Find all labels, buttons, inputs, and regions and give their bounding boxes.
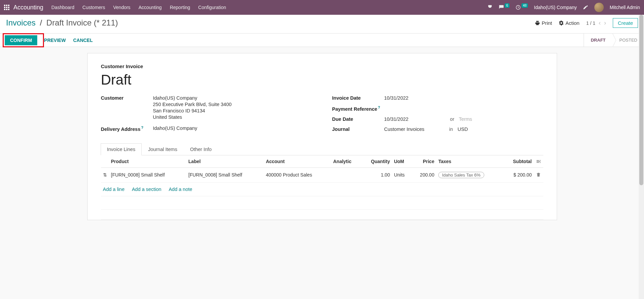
customer-name: Idaho(US) Company	[153, 95, 312, 101]
doc-title: Draft	[101, 72, 543, 88]
debug-tools-icon[interactable]	[583, 4, 588, 11]
scrollbar-thumb[interactable]	[639, 15, 643, 185]
confirm-button[interactable]: CONFIRM	[5, 35, 37, 45]
cell-label[interactable]: [FURN_0008] Small Shelf	[186, 167, 264, 182]
tab-other-info[interactable]: Other Info	[184, 143, 218, 155]
add-section-link[interactable]: Add a section	[132, 187, 161, 192]
journal-input[interactable]: Customer Invoices	[384, 127, 425, 132]
invoice-lines-table: Product Label Account Analytic Quantity …	[101, 155, 543, 220]
col-subtotal[interactable]: Subtotal	[503, 155, 534, 168]
preview-button[interactable]: PREVIEW	[44, 38, 66, 43]
create-button[interactable]: Create	[613, 18, 638, 28]
col-price[interactable]: Price	[412, 155, 436, 168]
due-date-label: Due Date	[332, 116, 384, 122]
messages-icon[interactable]: 6	[499, 5, 509, 10]
company-switcher[interactable]: Idaho(US) Company	[534, 5, 577, 10]
cell-taxes[interactable]: Idaho Sales Tax 6%	[436, 167, 503, 182]
menu-reporting[interactable]: Reporting	[170, 5, 190, 10]
cell-subtotal: $ 200.00	[503, 167, 534, 182]
due-date-input[interactable]: 10/31/2022	[384, 116, 409, 122]
col-taxes[interactable]: Taxes	[436, 155, 503, 168]
tab-journal-items[interactable]: Journal Items	[142, 143, 184, 155]
in-label: in	[449, 127, 453, 132]
app-brand[interactable]: Accounting	[13, 4, 43, 11]
delivery-value[interactable]: Idaho(US) Company	[153, 126, 312, 131]
messages-badge: 6	[505, 3, 509, 8]
status-arrows: DRAFT POSTED	[584, 34, 644, 47]
menu-customers[interactable]: Customers	[83, 5, 105, 10]
drag-handle-icon[interactable]: ⇅	[101, 167, 109, 182]
add-line-link[interactable]: Add a line	[103, 187, 125, 192]
journal-value: Customer Invoices in USD	[384, 127, 543, 132]
due-date-value: 10/31/2022 or Terms	[384, 116, 543, 122]
menu-vendors[interactable]: Vendors	[113, 5, 130, 10]
breadcrumb-current: Draft Invoice (* 211)	[46, 18, 118, 27]
form-sheet: Customer Invoice Draft Customer Idaho(US…	[87, 53, 557, 220]
timer-badge: 48	[522, 3, 528, 8]
main-content: Customer Invoice Draft Customer Idaho(US…	[0, 53, 644, 220]
customer-label: Customer	[101, 95, 153, 101]
col-label[interactable]: Label	[186, 155, 264, 168]
phone-icon[interactable]	[487, 5, 493, 10]
cell-price[interactable]: 200.00	[412, 167, 436, 182]
col-uom[interactable]: UoM	[392, 155, 412, 168]
action-dropdown[interactable]: Action	[559, 20, 580, 26]
invoice-date-value[interactable]: 10/31/2022	[384, 95, 543, 101]
scrollbar[interactable]	[639, 15, 644, 220]
tab-invoice-lines[interactable]: Invoice Lines	[101, 143, 142, 155]
tax-pill[interactable]: Idaho Sales Tax 6%	[438, 172, 484, 178]
action-label: Action	[565, 20, 580, 26]
add-note-link[interactable]: Add a note	[169, 187, 192, 192]
customer-addr2: San Francisco ID 94134	[153, 108, 312, 113]
terms-input[interactable]: Terms	[459, 116, 472, 122]
top-navbar: Accounting Dashboard Customers Vendors A…	[0, 0, 644, 15]
status-draft[interactable]: DRAFT	[584, 34, 612, 47]
timer-icon[interactable]: 48	[515, 5, 528, 10]
cell-analytic[interactable]	[331, 167, 361, 182]
menu-accounting[interactable]: Accounting	[139, 5, 162, 10]
pager-text[interactable]: 1 / 1	[586, 20, 595, 26]
table-row[interactable]: ⇅ [FURN_0008] Small Shelf [FURN_0008] Sm…	[101, 167, 543, 182]
confirm-highlight-box: CONFIRM	[3, 33, 44, 47]
cell-quantity[interactable]: 1.00	[361, 167, 392, 182]
print-button[interactable]: Print	[535, 20, 552, 26]
customer-value[interactable]: Idaho(US) Company 250 Executive Park Blv…	[153, 95, 312, 121]
user-menu[interactable]: Mitchell Admin	[610, 5, 640, 10]
col-analytic[interactable]: Analytic	[331, 155, 361, 168]
status-bar: CONFIRM PREVIEW CANCEL DRAFT POSTED	[0, 34, 644, 47]
invoice-date-label: Invoice Date	[332, 95, 384, 101]
pager-prev-icon[interactable]: ‹	[599, 19, 601, 27]
pager: 1 / 1 ‹ ›	[586, 19, 606, 27]
breadcrumb-separator: /	[40, 18, 42, 27]
pager-next-icon[interactable]: ›	[604, 19, 606, 27]
menu-configuration[interactable]: Configuration	[198, 5, 226, 10]
col-product[interactable]: Product	[109, 155, 187, 168]
form-col-right: Invoice Date 10/31/2022 Payment Referenc…	[332, 95, 543, 137]
customer-addr3: United States	[153, 114, 312, 120]
avatar-icon[interactable]	[594, 3, 604, 12]
control-bar: Invoices / Draft Invoice (* 211) Print A…	[0, 15, 644, 34]
payment-ref-help-icon[interactable]: ?	[378, 105, 380, 109]
delete-row-icon[interactable]	[536, 172, 541, 178]
cancel-button[interactable]: CANCEL	[73, 38, 93, 43]
or-label: or	[450, 116, 454, 122]
cell-product[interactable]: [FURN_0008] Small Shelf	[109, 167, 187, 182]
columns-settings-icon[interactable]	[536, 159, 541, 164]
currency-input[interactable]: USD	[458, 127, 468, 132]
control-actions: Print Action 1 / 1 ‹ › Create	[535, 18, 638, 28]
cell-uom[interactable]: Units	[392, 167, 412, 182]
form-grid: Customer Idaho(US) Company 250 Executive…	[101, 95, 543, 137]
navbar-right: 6 48 Idaho(US) Company Mitchell Admin	[487, 3, 640, 12]
col-quantity[interactable]: Quantity	[361, 155, 392, 168]
customer-addr1: 250 Executive Park Blvd, Suite 3400	[153, 102, 312, 107]
menu-dashboard[interactable]: Dashboard	[51, 5, 75, 10]
breadcrumb-root[interactable]: Invoices	[6, 18, 36, 27]
apps-grid-icon[interactable]	[4, 5, 9, 10]
doc-type-label: Customer Invoice	[101, 63, 543, 69]
delivery-help-icon[interactable]: ?	[141, 126, 143, 130]
cell-account[interactable]: 400000 Product Sales	[264, 167, 331, 182]
delivery-label: Delivery Address?	[101, 126, 153, 132]
notebook-tabs: Invoice Lines Journal Items Other Info	[101, 143, 543, 155]
main-menu: Dashboard Customers Vendors Accounting R…	[51, 5, 487, 10]
col-account[interactable]: Account	[264, 155, 331, 168]
